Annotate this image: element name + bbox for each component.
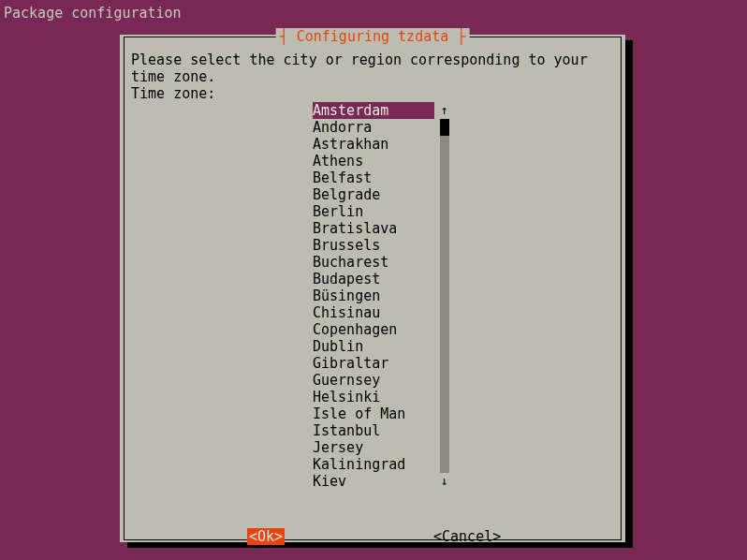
scrollbar[interactable]: ↑ ↓ <box>440 102 449 490</box>
scroll-track <box>440 389 449 405</box>
ok-button[interactable]: <Ok> <box>247 528 285 545</box>
scroll-track <box>440 287 449 304</box>
scroll-track <box>440 153 449 169</box>
scroll-thumb[interactable] <box>440 119 449 136</box>
scroll-track <box>440 220 449 237</box>
config-dialog: ┤ Configuring tzdata ├ Please select the… <box>120 35 625 542</box>
scroll-track <box>440 439 449 456</box>
scroll-track <box>440 456 449 473</box>
dialog-title: ┤ Configuring tzdata ├ <box>276 28 470 45</box>
scroll-track <box>440 136 449 153</box>
page-title: Package configuration <box>4 5 182 22</box>
scroll-track <box>440 237 449 254</box>
scroll-track <box>440 405 449 422</box>
scroll-track <box>440 169 449 186</box>
scroll-track <box>440 254 449 271</box>
scroll-track <box>440 355 449 372</box>
scroll-track <box>440 422 449 439</box>
scroll-track <box>440 271 449 287</box>
prompt-label: Time zone: <box>131 85 215 102</box>
scroll-track <box>440 372 449 389</box>
scroll-track <box>440 304 449 321</box>
list-item[interactable]: Amsterdam <box>313 102 434 119</box>
scroll-track <box>440 203 449 220</box>
scroll-track <box>440 338 449 355</box>
scroll-track <box>440 321 449 338</box>
instruction-text: Please select the city or region corresp… <box>131 52 625 85</box>
screen: Package configuration ┤ Configuring tzda… <box>0 0 747 560</box>
scroll-up-icon[interactable]: ↑ <box>440 102 449 119</box>
cancel-button[interactable]: <Cancel> <box>433 528 501 545</box>
scroll-down-icon[interactable]: ↓ <box>440 473 449 490</box>
scroll-track <box>440 186 449 203</box>
